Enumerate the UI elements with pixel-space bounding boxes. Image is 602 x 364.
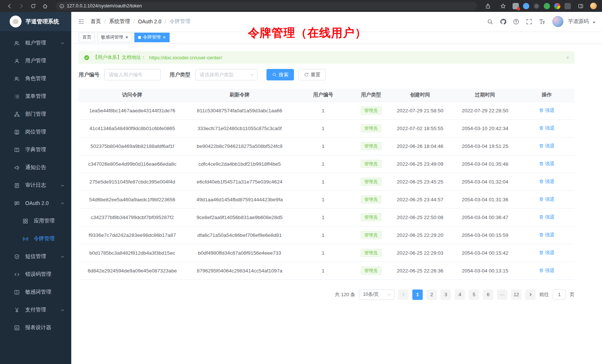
prev-page-button[interactable] [398,289,409,300]
tab-token[interactable]: 令牌管理 [134,33,170,42]
force-logout-button[interactable]: 强退 [539,196,554,203]
active-tab-dot [138,36,141,39]
column-header: 用户类型 [353,89,389,102]
delete-icon [539,232,544,237]
page-button-12[interactable]: 12 [511,289,521,300]
breadcrumb-item[interactable]: OAuth 2.0 [138,19,161,24]
created-time-cell: 2022-06-25 22:29:03 [389,244,451,262]
sidebar-item-post[interactable]: 岗位管理 [0,123,71,141]
home-icon[interactable] [39,1,50,10]
site-info-icon[interactable] [59,4,64,9]
force-logout-button[interactable]: 强退 [539,214,554,221]
force-logout-button[interactable]: 强退 [539,249,554,256]
sidebar-item-user[interactable]: 用户管理 [0,52,71,70]
force-logout-button[interactable]: 强退 [539,232,554,238]
sidebar-item-label: 角色管理 [25,75,46,82]
report-icon [14,325,20,331]
fullscreen-icon[interactable] [524,17,534,26]
page-size-select[interactable]: 10条/页 [359,289,395,300]
sidebar-item-sensitive-word[interactable]: 敏感词管理 [0,283,71,301]
sidebar-item-token-management[interactable]: 令牌管理 [0,230,71,248]
sidebar-item-app-management[interactable]: 应用管理 [0,212,71,230]
sidebar-item-payment[interactable]: 支付管理 [0,301,71,319]
tab-sensitive-word[interactable]: 敏感词管理 [97,33,132,42]
tab-close-icon[interactable] [163,36,166,39]
force-logout-button[interactable]: 强退 [539,161,554,167]
sidebar-item-dept[interactable]: 部门管理 [0,105,71,123]
user-id-input[interactable] [104,69,161,80]
breadcrumb-separator: / [165,19,166,24]
search-icon[interactable] [485,17,495,26]
next-page-button[interactable] [525,289,536,300]
github-icon[interactable] [498,17,508,26]
sidepanel-icon[interactable] [575,1,586,10]
page-button-1[interactable]: 1 [412,289,423,300]
sidebar-item-sms[interactable]: 短信管理 [0,248,71,265]
bookmark-star-icon[interactable] [497,1,508,10]
force-logout-button[interactable]: 强退 [539,125,554,132]
user-menu-caret-icon[interactable] [592,20,596,24]
doc-link[interactable]: https://doc.iocoder.cn/user-center/ [149,55,222,60]
page-button-6[interactable]: 6 [483,289,493,300]
extension-icon-6[interactable] [565,3,571,9]
user-id-cell: 1 [293,173,353,191]
extension-icon-3[interactable] [533,3,540,9]
users-icon [14,40,20,46]
user-type-badge: 管理员 [361,142,382,150]
action-cell: 强退 [519,262,575,279]
user-type-badge: 管理员 [361,160,382,168]
page-button-3[interactable]: 3 [441,289,451,300]
back-icon[interactable] [4,1,15,10]
page-button-5[interactable]: 5 [469,289,479,300]
page-button-2[interactable]: 2 [426,289,437,300]
banner-close-icon[interactable] [566,56,570,60]
goto-page-input[interactable] [553,289,566,300]
breadcrumb-item[interactable]: 系统管理 [109,18,130,25]
action-cell: 强退 [519,226,575,244]
tab-close-icon[interactable] [125,36,128,39]
reset-button[interactable]: 重置 [298,69,326,80]
sidebar-item-oauth2[interactable]: OAuth 2.0 [0,194,71,212]
sidebar-item-tenant[interactable]: 租户管理 [0,34,71,52]
search-button[interactable]: 搜索 [266,69,294,80]
sidebar-toggle-icon[interactable] [78,19,85,24]
breadcrumb-item[interactable]: 首页 [91,18,101,25]
sidebar-item-menu[interactable]: 菜单管理 [0,87,71,105]
force-logout-button[interactable]: 强退 [539,178,554,185]
sidebar-item-report-designer[interactable]: 报表设计器 [0,319,71,337]
page-button-4[interactable]: 4 [455,289,465,300]
font-size-icon[interactable] [537,17,547,26]
refresh-token-cell: 811c530487574fa0af1a59d3abc1aa66 [186,102,294,119]
extension-icon-1[interactable] [513,3,519,9]
force-logout-button[interactable]: 强退 [539,143,554,149]
browser-profile-avatar[interactable] [590,3,597,9]
refresh-token-cell: be90422b8c7946218275a508bf524fc9 [186,137,294,155]
chevron-up-icon [60,201,65,205]
share-icon[interactable] [482,1,493,10]
force-logout-button[interactable]: 强退 [539,267,554,274]
reload-icon[interactable] [27,1,39,10]
delete-icon [539,126,544,130]
extension-icon-2[interactable] [523,3,529,9]
access-token-cell: f9336e7c7dd242a283ee98dc86b17a87 [79,226,186,244]
forward-icon[interactable] [16,1,27,10]
tab-home[interactable]: 首页 [79,33,95,42]
user-name[interactable]: 芋道源码 [568,18,589,25]
page-size-value: 10条/页 [363,291,379,298]
user-avatar[interactable] [552,16,563,27]
extension-icon-5[interactable] [554,3,560,9]
table-row: c342377bf8b344799dcbf7bf095287f29ce8ef2a… [79,208,575,226]
force-logout-button[interactable]: 强退 [539,107,554,114]
sidebar-item-role[interactable]: 角色管理 [0,70,71,87]
help-icon[interactable] [511,17,521,26]
extension-icon-4[interactable] [544,3,550,9]
address-bar[interactable]: 127.0.0.1:1024/system/oauth2/token [56,2,477,10]
sidebar-item-error-code[interactable]: 错误码管理 [0,265,71,283]
sidebar-item-audit-log[interactable]: 审计日志 [0,176,71,194]
sidebar-item-dict[interactable]: 字典管理 [0,141,71,159]
delete-icon [539,215,544,219]
table-row: f9336e7c7dd242a283ee98dc86b17a87dfa6c71a… [79,226,575,244]
user-type-select[interactable]: 请选择用户类型 [195,69,258,80]
pager-more-button[interactable]: ··· [497,289,507,300]
sidebar-item-notice[interactable]: 通知公告 [0,159,71,176]
